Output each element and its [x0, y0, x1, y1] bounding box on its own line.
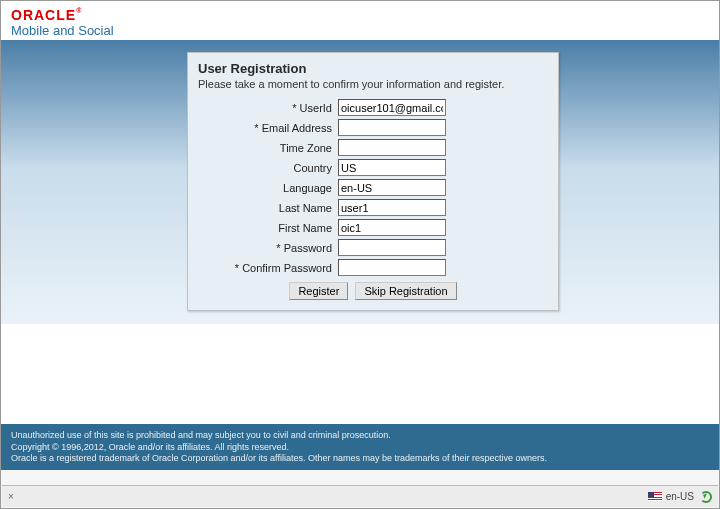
lastname-input[interactable]: [338, 199, 446, 216]
reload-icon[interactable]: [700, 491, 712, 503]
skip-registration-button[interactable]: Skip Registration: [355, 282, 456, 300]
firstname-label: First Name: [198, 222, 338, 234]
oracle-logo: ORACLE®: [11, 7, 81, 23]
footer-line-1: Unauthorized use of this site is prohibi…: [11, 430, 709, 442]
confirm-password-label: * Confirm Password: [198, 262, 338, 274]
us-flag-icon: [648, 492, 662, 501]
app-subtitle: Mobile and Social: [11, 23, 709, 38]
main-content: User Registration Please take a moment t…: [1, 40, 719, 324]
timezone-label: Time Zone: [198, 142, 338, 154]
confirm-password-input[interactable]: [338, 259, 446, 276]
locale-text: en-US: [666, 491, 694, 502]
email-input[interactable]: [338, 119, 446, 136]
timezone-input[interactable]: [338, 139, 446, 156]
footer-line-3: Oracle is a registered trademark of Orac…: [11, 453, 709, 465]
brand-text: ORACLE: [11, 7, 76, 23]
password-label: * Password: [198, 242, 338, 254]
app-header: ORACLE® Mobile and Social: [1, 1, 719, 40]
page-footer: Unauthorized use of this site is prohibi…: [1, 424, 719, 470]
close-icon[interactable]: ×: [2, 491, 20, 502]
form-button-row: Register Skip Registration: [198, 282, 548, 300]
email-label: * Email Address: [198, 122, 338, 134]
password-input[interactable]: [338, 239, 446, 256]
form-title: User Registration: [198, 61, 548, 76]
content-gap: [1, 324, 719, 424]
status-bar: × en-US: [2, 485, 718, 507]
register-button[interactable]: Register: [289, 282, 348, 300]
userid-label: * UserId: [198, 102, 338, 114]
language-label: Language: [198, 182, 338, 194]
form-description: Please take a moment to confirm your inf…: [198, 78, 548, 91]
trademark-symbol: ®: [76, 7, 81, 14]
country-label: Country: [198, 162, 338, 174]
userid-input[interactable]: [338, 99, 446, 116]
footer-line-2: Copyright © 1996,2012, Oracle and/or its…: [11, 442, 709, 454]
registration-form-panel: User Registration Please take a moment t…: [187, 52, 559, 311]
lastname-label: Last Name: [198, 202, 338, 214]
country-input[interactable]: [338, 159, 446, 176]
language-input[interactable]: [338, 179, 446, 196]
firstname-input[interactable]: [338, 219, 446, 236]
